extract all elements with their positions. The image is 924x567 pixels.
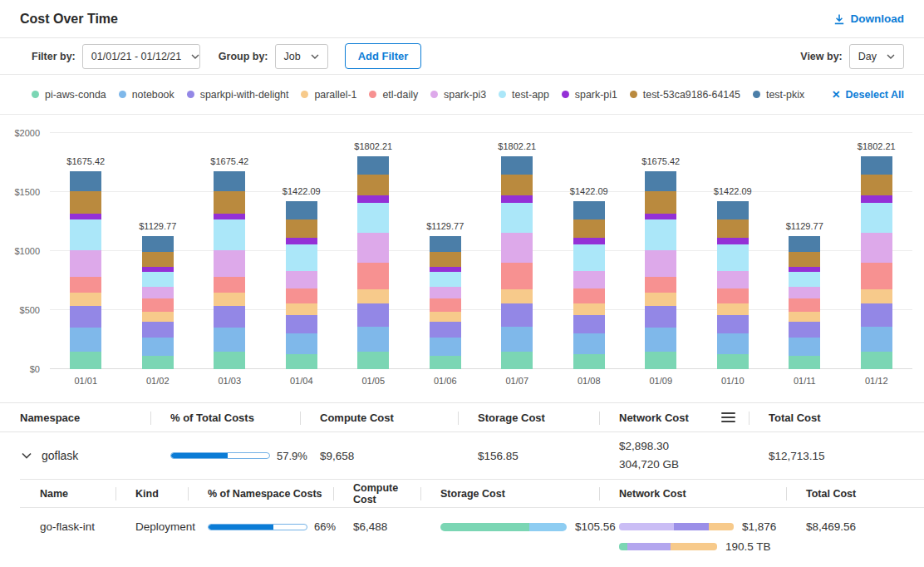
bar-segment-parallel-1[interactable] [501,289,533,303]
bar-segment-test-pkix[interactable] [214,171,245,191]
deselect-all-button[interactable]: ✕ Deselect All [832,88,904,101]
bar-segment-parallel-1[interactable] [142,312,174,322]
bar-segment-test-53ca9186-64145[interactable] [70,191,101,213]
workload-name-cell[interactable]: go-flask-int [20,520,116,533]
bar-segment-etl-daily[interactable] [573,288,605,303]
bar-segment-notebook[interactable] [70,328,101,351]
namespace-name[interactable]: goflask [42,449,78,462]
legend-item-etl-daily[interactable]: etl-daily [369,89,418,101]
bar-segment-pi-aws-conda[interactable] [789,356,820,369]
bar-segment-test-53ca9186-64145[interactable] [573,219,605,239]
bar-segment-notebook[interactable] [286,333,317,354]
sub-column-header-kind[interactable]: Kind [116,480,188,507]
bar-segment-spark-pi1[interactable] [286,238,317,244]
bar-segment-test-pkix[interactable] [861,156,892,175]
bar-segment-parallel-1[interactable] [430,312,461,322]
bar-segment-spark-pi1[interactable] [573,238,605,244]
view-by-select[interactable]: Day [849,44,904,69]
bar-segment-test-pkix[interactable] [645,171,676,191]
bar-segment-sparkpi-with-delight[interactable] [717,315,749,333]
bar-segment-test-app[interactable] [717,244,749,272]
bar-segment-pi-aws-conda[interactable] [142,356,174,369]
bar-segment-sparkpi-with-delight[interactable] [142,322,174,337]
bar-segment-etl-daily[interactable] [789,298,820,312]
bar-segment-sparkpi-with-delight[interactable] [573,315,605,333]
bar-segment-test-pkix[interactable] [717,201,749,219]
bar-segment-spark-pi3[interactable] [142,287,174,298]
bar-segment-test-app[interactable] [214,219,245,249]
collapse-row-button[interactable] [22,452,32,459]
column-header-namespace[interactable]: Namespace [0,403,150,431]
bar-segment-test-53ca9186-64145[interactable] [430,252,461,267]
bar-segment-spark-pi1[interactable] [861,195,892,203]
bar-segment-spark-pi3[interactable] [70,250,101,278]
bar-segment-spark-pi1[interactable] [717,238,749,244]
bar-segment-spark-pi3[interactable] [430,287,461,298]
bar-segment-test-app[interactable] [142,272,174,287]
bar-segment-test-pkix[interactable] [286,201,317,219]
bar-segment-test-app[interactable] [789,272,820,287]
bar-segment-notebook[interactable] [142,338,174,356]
sub-column-header-name[interactable]: Name [20,480,116,507]
bar-segment-parallel-1[interactable] [861,289,892,303]
bar-segment-spark-pi3[interactable] [861,233,892,263]
bar-segment-etl-daily[interactable] [430,298,461,312]
bar-segment-pi-aws-conda[interactable] [70,352,101,369]
sub-column-header-storage[interactable]: Storage Cost [420,480,599,507]
legend-item-notebook[interactable]: notebook [119,89,174,101]
legend-item-test-53ca9186-64145[interactable]: test-53ca9186-64145 [630,89,740,101]
bar-segment-test-pkix[interactable] [430,236,461,253]
bar-segment-test-app[interactable] [861,203,892,233]
bar-segment-test-53ca9186-64145[interactable] [717,219,749,239]
bar-segment-pi-aws-conda[interactable] [645,352,676,369]
bar-segment-pi-aws-conda[interactable] [573,354,605,369]
bar-segment-etl-daily[interactable] [357,263,389,290]
bar-segment-pi-aws-conda[interactable] [214,352,245,369]
bar-segment-test-app[interactable] [357,203,389,233]
bar-segment-spark-pi1[interactable] [357,195,389,203]
bar-segment-test-53ca9186-64145[interactable] [357,175,389,196]
bar-segment-test-53ca9186-64145[interactable] [214,191,245,213]
bar-segment-test-app[interactable] [645,219,676,249]
bar-segment-parallel-1[interactable] [573,303,605,315]
bar-segment-spark-pi3[interactable] [789,287,820,298]
sub-column-header-network[interactable]: Network Cost [599,480,786,507]
sub-column-header-pct-namespace[interactable]: % of Namespace Costs [188,480,333,507]
sub-column-header-compute[interactable]: Compute Cost [333,480,420,507]
bar-segment-spark-pi3[interactable] [214,250,245,278]
bar-segment-etl-daily[interactable] [501,263,533,290]
bar-segment-test-app[interactable] [286,244,317,272]
bar-segment-spark-pi1[interactable] [70,214,101,220]
bar-segment-sparkpi-with-delight[interactable] [645,306,676,328]
bar-segment-etl-daily[interactable] [142,298,174,312]
bar-segment-notebook[interactable] [357,327,389,352]
bar-segment-notebook[interactable] [789,338,820,356]
bar-segment-parallel-1[interactable] [286,303,317,315]
column-header-pct-total[interactable]: % of Total Costs [150,403,300,431]
legend-item-test-app[interactable]: test-app [499,89,549,101]
column-header-storage[interactable]: Storage Cost [458,403,599,431]
column-settings-icon[interactable] [720,409,737,426]
bar-segment-spark-pi3[interactable] [286,271,317,288]
bar-segment-sparkpi-with-delight[interactable] [286,315,317,333]
legend-item-sparkpi-with-delight[interactable]: sparkpi-with-delight [187,89,289,101]
bar-segment-spark-pi3[interactable] [645,250,676,278]
bar-segment-test-pkix[interactable] [142,236,174,253]
bar-segment-notebook[interactable] [861,327,892,352]
bar-segment-spark-pi1[interactable] [501,195,533,203]
bar-segment-spark-pi1[interactable] [214,214,245,220]
add-filter-button[interactable]: Add Filter [345,43,422,69]
column-header-network[interactable]: Network Cost [599,403,749,431]
bar-segment-pi-aws-conda[interactable] [430,356,461,369]
legend-item-pi-aws-conda[interactable]: pi-aws-conda [32,89,106,101]
legend-item-parallel-1[interactable]: parallel-1 [301,89,356,101]
bar-segment-sparkpi-with-delight[interactable] [357,303,389,327]
bar-segment-spark-pi1[interactable] [645,214,676,220]
bar-segment-test-pkix[interactable] [357,156,389,175]
bar-segment-test-53ca9186-64145[interactable] [861,175,892,196]
bar-segment-notebook[interactable] [573,333,605,354]
bar-segment-etl-daily[interactable] [861,263,892,290]
bar-segment-test-app[interactable] [573,244,605,272]
column-header-compute[interactable]: Compute Cost [300,403,458,431]
bar-segment-notebook[interactable] [501,327,533,352]
